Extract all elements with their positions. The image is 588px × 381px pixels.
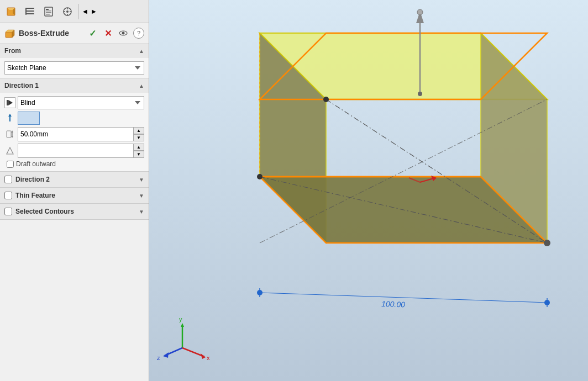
thin-feature-checkbox[interactable]	[4, 192, 12, 199]
direction1-content: Blind Through All Up To Next 50.00mm	[0, 93, 149, 171]
svg-rect-4	[25, 10, 34, 12]
svg-text:z: z	[157, 354, 160, 361]
draft-row: ▲ ▼	[4, 144, 144, 158]
svg-rect-6	[25, 8, 27, 15]
svg-rect-5	[25, 13, 34, 14]
draft-decrement-button[interactable]: ▼	[133, 151, 144, 158]
from-section: From ▲ Sketch Plane	[0, 44, 149, 78]
panel-collapse-arrow[interactable]: ◀	[81, 3, 89, 20]
svg-text:x: x	[207, 354, 210, 361]
svg-rect-7	[45, 7, 53, 16]
configuration-button[interactable]	[59, 3, 76, 20]
svg-point-53	[323, 97, 329, 102]
direction2-chevron-icon: ▼	[139, 177, 144, 183]
depth-icon	[4, 129, 15, 140]
svg-point-45	[418, 92, 422, 96]
draft-spinner: ▲ ▼	[133, 144, 144, 158]
cancel-button[interactable]: ✕	[101, 27, 114, 40]
draft-input-wrap: ▲ ▼	[18, 144, 144, 158]
draft-angle-input[interactable]	[18, 144, 144, 158]
direction2-title: Direction 2	[15, 176, 135, 183]
svg-point-47	[417, 9, 423, 15]
viewport[interactable]: 100.00 y x z	[149, 0, 588, 381]
svg-rect-27	[7, 131, 11, 137]
svg-rect-3	[25, 8, 34, 9]
draft-icon	[4, 145, 15, 156]
panel-header: Boss-Extrude ✓ ✕ ?	[0, 23, 149, 44]
selected-contours-header[interactable]: Selected Contours ▼	[0, 204, 149, 219]
help-button[interactable]: ?	[133, 28, 144, 39]
selected-contours-chevron-icon: ▼	[139, 209, 144, 215]
draft-increment-button[interactable]: ▲	[133, 144, 144, 151]
svg-marker-31	[7, 147, 13, 154]
thin-feature-header[interactable]: Thin Feature ▼	[0, 188, 149, 203]
panel-expand-arrow[interactable]: ▶	[90, 3, 98, 20]
feature-manager-button[interactable]	[21, 3, 39, 20]
end-condition-dropdown[interactable]: Blind Through All Up To Next	[18, 96, 144, 109]
reverse-direction-button[interactable]	[4, 97, 15, 108]
depth-increment-button[interactable]: ▲	[133, 127, 144, 134]
depth-preview-box	[18, 112, 40, 125]
header-actions: ✓ ✕	[86, 27, 130, 40]
thin-feature-chevron-icon: ▼	[139, 193, 144, 199]
direction1-section-header[interactable]: Direction 1 ▲	[0, 78, 149, 93]
preview-button[interactable]	[117, 27, 130, 40]
svg-rect-8	[46, 9, 49, 10]
3d-scene-svg: 100.00 y x z	[149, 0, 588, 381]
direction1-section: Direction 1 ▲ Blind Through All Up To Ne…	[0, 78, 149, 172]
svg-rect-11	[46, 14, 50, 15]
depth-arrow-icon	[4, 113, 15, 124]
boss-extrude-icon	[4, 28, 15, 39]
depth-preview-row	[4, 112, 144, 125]
from-section-header[interactable]: From ▲	[0, 44, 149, 58]
svg-rect-9	[46, 10, 51, 12]
depth-value-row: 50.00mm ▲ ▼	[4, 127, 144, 141]
svg-marker-26	[8, 114, 12, 117]
selected-contours-section: Selected Contours ▼	[0, 204, 149, 220]
svg-marker-29	[11, 130, 13, 133]
direction2-checkbox[interactable]	[4, 176, 12, 183]
svg-text:y: y	[179, 316, 182, 322]
draft-outward-checkbox[interactable]	[7, 161, 14, 168]
svg-point-22	[122, 32, 125, 35]
top-toolbar: ◀ ▶	[0, 0, 149, 23]
depth-decrement-button[interactable]: ▼	[133, 134, 144, 141]
svg-rect-10	[46, 12, 51, 13]
thin-feature-section: Thin Feature ▼	[0, 188, 149, 204]
from-dropdown[interactable]: Sketch Plane	[4, 61, 144, 75]
panel-title: Boss-Extrude	[19, 29, 82, 38]
selected-contours-checkbox[interactable]	[4, 208, 12, 215]
direction2-section: Direction 2 ▼	[0, 172, 149, 188]
svg-marker-23	[8, 100, 13, 105]
draft-outward-row: Draft outward	[4, 160, 144, 168]
svg-marker-30	[11, 136, 13, 138]
direction1-title: Direction 1	[4, 82, 39, 89]
from-chevron-icon: ▲	[139, 48, 144, 54]
draft-outward-label: Draft outward	[16, 160, 56, 168]
thin-feature-title: Thin Feature	[15, 192, 135, 199]
svg-point-52	[544, 240, 550, 246]
svg-rect-18	[6, 32, 12, 38]
solid-view-button[interactable]	[2, 3, 20, 20]
svg-text:100.00: 100.00	[381, 299, 406, 309]
from-section-title: From	[4, 47, 21, 55]
from-section-content: Sketch Plane	[0, 58, 149, 78]
svg-point-51	[257, 174, 262, 179]
svg-point-13	[66, 10, 69, 13]
direction1-chevron-icon: ▲	[139, 83, 144, 89]
property-manager-button[interactable]	[40, 3, 57, 20]
depth-input[interactable]: 50.00mm	[18, 127, 144, 141]
end-condition-row: Blind Through All Up To Next	[4, 96, 144, 109]
direction2-header[interactable]: Direction 2 ▼	[0, 172, 149, 187]
depth-spinner: ▲ ▼	[133, 127, 144, 141]
confirm-button[interactable]: ✓	[86, 27, 99, 40]
left-panel: ◀ ▶ Boss-Extrude ✓ ✕ ? From ▲	[0, 0, 149, 381]
depth-input-wrap: 50.00mm ▲ ▼	[18, 127, 144, 141]
selected-contours-title: Selected Contours	[15, 208, 135, 215]
toolbar-divider	[78, 4, 79, 19]
